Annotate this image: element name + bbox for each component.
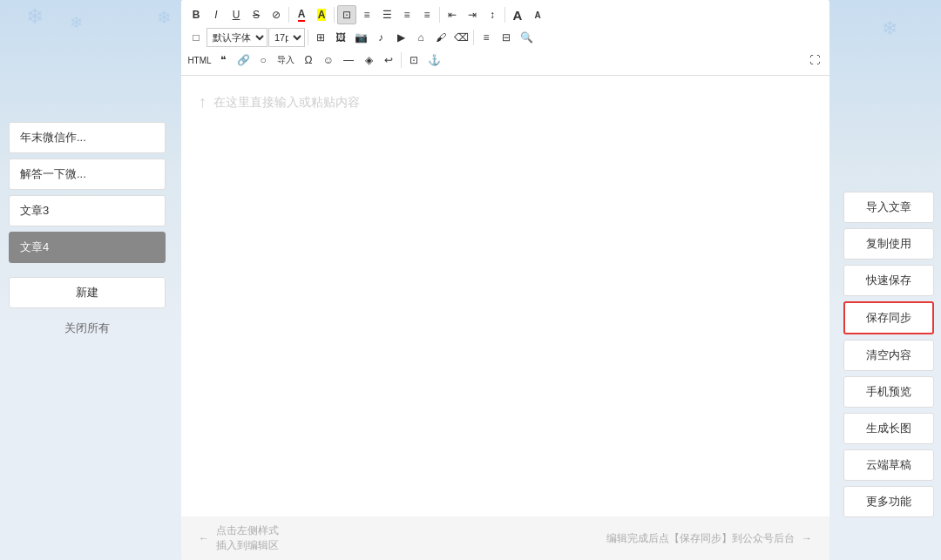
bold-button[interactable]: B xyxy=(186,5,206,24)
toolbar: B I U S ⊘ A A ⊡ ≡ ☰ ≡ ≡ ⇤ ⇥ xyxy=(181,0,829,76)
placeholder-text: 在这里直接输入或粘贴内容 xyxy=(213,95,360,111)
omega-button[interactable]: Ω xyxy=(299,51,318,70)
font-color-button[interactable]: A xyxy=(292,5,311,24)
mobile-preview-button[interactable]: 手机预览 xyxy=(843,376,934,408)
underline-button[interactable]: U xyxy=(227,5,246,24)
circle-button[interactable]: ○ xyxy=(254,51,273,70)
align-justify-button[interactable]: ≡ xyxy=(417,5,437,24)
layout1-button[interactable]: ≡ xyxy=(477,28,496,47)
divider xyxy=(473,30,474,45)
editor-content[interactable]: ↑ 在这里直接输入或粘贴内容 xyxy=(181,76,829,516)
new-doc-button[interactable]: □ xyxy=(186,28,206,47)
line-height-button[interactable]: ↕ xyxy=(483,5,502,24)
arrow-left-icon: ← xyxy=(199,532,209,544)
left-sidebar: 年末微信作... 解答一下微... 文章3 文章4 新建 关闭所有 xyxy=(0,0,174,560)
image-button[interactable]: 🖼 xyxy=(331,28,350,47)
table-button[interactable]: ⊞ xyxy=(311,28,330,47)
reuse-button[interactable]: 复制使用 xyxy=(843,228,934,260)
editor-placeholder: ↑ 在这里直接输入或粘贴内容 xyxy=(199,93,360,111)
hint-right-text: 编辑完成后点【保存同步】到公众号后台 xyxy=(606,531,795,546)
layout2-button[interactable]: ⊟ xyxy=(497,28,516,47)
divider xyxy=(334,7,335,23)
right-sidebar: 导入文章 复制使用 快速保存 保存同步 清空内容 手机预览 生成长图 云端草稿 … xyxy=(836,0,941,560)
eraser-button[interactable]: ⌫ xyxy=(451,28,470,47)
align-right-button[interactable]: ≡ xyxy=(397,5,416,24)
paint-button[interactable]: 🖌 xyxy=(431,28,450,47)
image2-button[interactable]: 📷 xyxy=(351,28,370,47)
hint-left-text: 点击左侧样式插入到编辑区 xyxy=(216,523,279,553)
divider xyxy=(288,7,289,23)
strikethrough-button[interactable]: S xyxy=(247,5,266,24)
editor-bottom: ← 点击左侧样式插入到编辑区 编辑完成后点【保存同步】到公众号后台 → xyxy=(181,516,829,560)
hint-right: 编辑完成后点【保存同步】到公众号后台 → xyxy=(606,531,812,546)
code-button[interactable]: ⌂ xyxy=(411,28,430,47)
import-button[interactable]: 导入 xyxy=(274,51,298,70)
highlight-button[interactable]: A xyxy=(312,5,331,24)
sidebar-item-2[interactable]: 解答一下微... xyxy=(9,159,166,190)
sidebar-item-1[interactable]: 年末微信作... xyxy=(9,122,166,153)
divider xyxy=(439,7,440,23)
video-button[interactable]: ▶ xyxy=(391,28,410,47)
anchor-button[interactable]: ⚓ xyxy=(424,51,443,70)
expand-button[interactable]: ⛶ xyxy=(805,51,824,70)
divider xyxy=(504,7,505,23)
format-box-button[interactable]: ⊡ xyxy=(337,5,356,24)
hint-left: ← 点击左侧样式插入到编辑区 xyxy=(199,523,279,553)
align-center-button[interactable]: ☰ xyxy=(377,5,396,24)
quick-save-button[interactable]: 快速保存 xyxy=(843,265,934,296)
more-features-button[interactable]: 更多功能 xyxy=(843,486,934,517)
arrow-up-icon: ↑ xyxy=(199,93,206,111)
html-button[interactable]: HTML xyxy=(186,51,213,70)
font-size-down-button[interactable]: A xyxy=(528,5,547,24)
sidebar-item-3[interactable]: 文章3 xyxy=(9,195,166,226)
font-size-up-button[interactable]: A xyxy=(508,5,527,24)
toolbar-row-3: HTML ❝ 🔗 ○ 导入 Ω ☺ — ◈ ↩ ⊡ ⚓ ⛶ xyxy=(186,49,824,71)
sidebar-item-4[interactable]: 文章4 xyxy=(9,232,166,263)
search-button[interactable]: 🔍 xyxy=(517,28,536,47)
align-left-button[interactable]: ≡ xyxy=(357,5,376,24)
italic-button[interactable]: I xyxy=(206,5,226,24)
toolbar-row-1: B I U S ⊘ A A ⊡ ≡ ☰ ≡ ≡ ⇤ ⇥ xyxy=(186,3,824,26)
close-all-button[interactable]: 关闭所有 xyxy=(9,314,166,343)
font-family-select[interactable]: 默认字体 xyxy=(206,28,267,47)
emoji-button[interactable]: ☺ xyxy=(319,51,338,70)
save-sync-button[interactable]: 保存同步 xyxy=(843,301,934,334)
toolbar-row-2: □ 默认字体 17px ⊞ 🖼 📷 ♪ ▶ ⌂ 🖌 ⌫ ≡ ⊟ 🔍 xyxy=(186,26,824,49)
undo-button[interactable]: ↩ xyxy=(379,51,398,70)
quote-button[interactable]: ❝ xyxy=(213,51,233,70)
indent-decrease-button[interactable]: ⇤ xyxy=(443,5,462,24)
hr-button[interactable]: — xyxy=(339,51,358,70)
main-container: 年末微信作... 解答一下微... 文章3 文章4 新建 关闭所有 B I U … xyxy=(0,0,941,560)
strikethrough2-button[interactable]: ⊘ xyxy=(267,5,286,24)
cloud-draft-button[interactable]: 云端草稿 xyxy=(843,449,934,481)
special-button[interactable]: ◈ xyxy=(359,51,378,70)
music-button[interactable]: ♪ xyxy=(371,28,390,47)
link-button[interactable]: 🔗 xyxy=(234,51,253,70)
divider xyxy=(401,52,402,68)
new-button[interactable]: 新建 xyxy=(9,277,166,308)
indent-increase-button[interactable]: ⇥ xyxy=(463,5,482,24)
arrow-right-icon: → xyxy=(802,532,812,544)
editor-area: B I U S ⊘ A A ⊡ ≡ ☰ ≡ ≡ ⇤ ⇥ xyxy=(181,0,829,560)
gen-image-button[interactable]: 生成长图 xyxy=(843,413,934,444)
font-size-select[interactable]: 17px xyxy=(268,28,305,47)
dots-button[interactable]: ⊡ xyxy=(404,51,423,70)
divider xyxy=(308,30,308,45)
clear-content-button[interactable]: 清空内容 xyxy=(843,340,934,371)
import-article-button[interactable]: 导入文章 xyxy=(843,192,934,223)
